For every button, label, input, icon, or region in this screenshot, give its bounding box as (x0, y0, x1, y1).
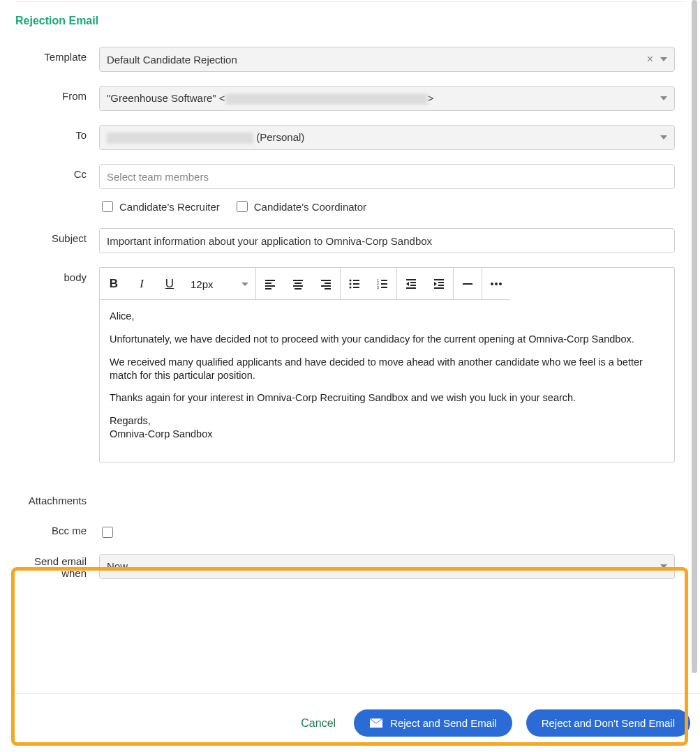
horizontal-rule-button[interactable] (454, 268, 482, 300)
svg-point-12 (349, 280, 351, 282)
subject-input[interactable]: Important information about your applica… (99, 228, 675, 253)
label-subject: Subject (15, 228, 99, 244)
bold-button[interactable]: B (100, 268, 128, 300)
chevron-down-icon (660, 135, 667, 140)
send-when-value: Now (107, 560, 128, 572)
svg-point-36 (495, 283, 498, 285)
svg-point-13 (349, 283, 351, 285)
bcc-me-checkbox[interactable] (102, 527, 113, 538)
from-value: "Greenhouse Software" <> (107, 92, 433, 105)
body-paragraph: We received many qualified applicants an… (110, 356, 664, 382)
cc-placeholder: Select team members (107, 171, 209, 183)
font-size-select[interactable]: 12px (184, 268, 255, 300)
cc-select[interactable]: Select team members (99, 164, 675, 189)
label-attachments: Attachments (15, 490, 99, 506)
indent-button[interactable] (425, 268, 453, 300)
cc-coordinator-checkbox[interactable]: Candidate's Coordinator (234, 199, 366, 214)
chevron-down-icon (660, 57, 667, 61)
svg-point-14 (349, 287, 351, 289)
svg-text:3: 3 (377, 285, 379, 289)
label-body: body (15, 267, 99, 283)
cc-recruiter-checkbox[interactable]: Candidate's Recruiter (99, 199, 220, 214)
send-when-select[interactable]: Now (99, 554, 675, 579)
from-select[interactable]: "Greenhouse Software" <> (99, 86, 675, 111)
subject-value: Important information about your applica… (107, 235, 432, 247)
rte-body[interactable]: Alice, Unfortunately, we have decided no… (100, 300, 674, 462)
reject-and-send-label: Reject and Send Email (390, 717, 497, 729)
chevron-down-icon (660, 96, 667, 100)
svg-marker-28 (406, 282, 409, 286)
section-title: Rejection Email (15, 15, 685, 27)
body-paragraph: Alice, (110, 310, 664, 323)
label-template: Template (15, 47, 99, 63)
top-divider (15, 1, 685, 2)
italic-button[interactable]: I (128, 268, 156, 300)
clear-template-icon[interactable]: × (647, 54, 653, 65)
body-paragraph: Thanks again for your interest in Omniva… (110, 391, 664, 405)
align-center-button[interactable] (284, 268, 312, 300)
chevron-down-icon (660, 564, 667, 569)
label-from: From (15, 86, 99, 102)
rte-toolbar: B I U 12px (100, 268, 674, 300)
bullet-list-button[interactable] (341, 268, 368, 300)
rich-text-editor: B I U 12px (99, 267, 675, 463)
cc-coordinator-label: Candidate's Coordinator (254, 201, 366, 213)
label-cc: Cc (15, 164, 99, 180)
outdent-button[interactable] (397, 268, 425, 300)
template-select[interactable]: Default Candidate Rejection × (99, 47, 675, 72)
chevron-down-icon (241, 283, 248, 286)
to-select[interactable]: (Personal) (99, 125, 675, 150)
body-paragraph: Unfortunately, we have decided not to pr… (110, 333, 664, 346)
to-value: (Personal) (107, 131, 304, 144)
cancel-button[interactable]: Cancel (297, 710, 340, 737)
cc-coordinator-input[interactable] (237, 201, 248, 212)
scrollbar-track[interactable] (692, 0, 697, 752)
reject-and-send-button[interactable]: Reject and Send Email (354, 709, 512, 737)
svg-point-37 (499, 283, 502, 285)
reject-no-send-button[interactable]: Reject and Don't Send Email (526, 709, 690, 737)
envelope-icon (369, 718, 383, 728)
reject-no-send-label: Reject and Don't Send Email (542, 717, 675, 729)
cc-recruiter-input[interactable] (102, 201, 113, 212)
number-list-button[interactable]: 123 (368, 268, 396, 300)
footer-divider (15, 693, 700, 694)
label-send-when: Send email when (15, 554, 99, 579)
cc-recruiter-label: Candidate's Recruiter (119, 201, 220, 213)
label-to: To (15, 125, 99, 141)
label-bcc-me: Bcc me (15, 520, 99, 536)
align-right-button[interactable] (312, 268, 340, 300)
scrollbar-thumb[interactable] (692, 0, 697, 673)
font-size-value: 12px (191, 278, 214, 290)
more-options-button[interactable] (482, 268, 510, 300)
body-paragraph: Regards, Omniva-Corp Sandbox (110, 414, 664, 441)
underline-button[interactable]: U (156, 268, 184, 300)
template-value: Default Candidate Rejection (107, 54, 237, 66)
svg-point-35 (491, 283, 493, 285)
align-left-button[interactable] (256, 268, 284, 300)
svg-marker-33 (434, 282, 437, 286)
